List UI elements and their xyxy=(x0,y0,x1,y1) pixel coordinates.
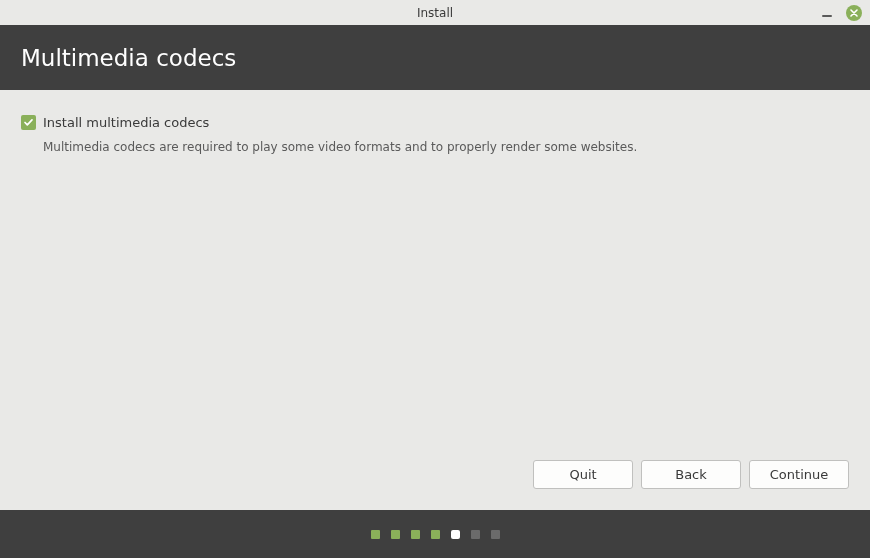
progress-dot-current xyxy=(451,530,460,539)
codecs-checkbox-label: Install multimedia codecs xyxy=(43,115,209,130)
progress-dot-done xyxy=(371,530,380,539)
back-button[interactable]: Back xyxy=(641,460,741,489)
minimize-icon[interactable] xyxy=(822,15,832,17)
progress-dot-pending xyxy=(491,530,500,539)
quit-button[interactable]: Quit xyxy=(533,460,633,489)
codecs-description: Multimedia codecs are required to play s… xyxy=(43,140,849,154)
progress-dot-done xyxy=(411,530,420,539)
close-icon[interactable] xyxy=(846,5,862,21)
codecs-checkbox-row[interactable]: Install multimedia codecs xyxy=(21,115,849,130)
progress-dot-pending xyxy=(471,530,480,539)
content-area: Install multimedia codecs Multimedia cod… xyxy=(0,90,870,460)
page-title: Multimedia codecs xyxy=(21,45,236,71)
window-title: Install xyxy=(417,6,453,20)
page-header: Multimedia codecs xyxy=(0,25,870,90)
continue-button[interactable]: Continue xyxy=(749,460,849,489)
window-controls xyxy=(822,0,862,25)
progress-footer xyxy=(0,510,870,558)
button-row: Quit Back Continue xyxy=(0,460,870,510)
titlebar: Install xyxy=(0,0,870,25)
progress-dot-done xyxy=(391,530,400,539)
progress-dot-done xyxy=(431,530,440,539)
codecs-checkbox[interactable] xyxy=(21,115,36,130)
